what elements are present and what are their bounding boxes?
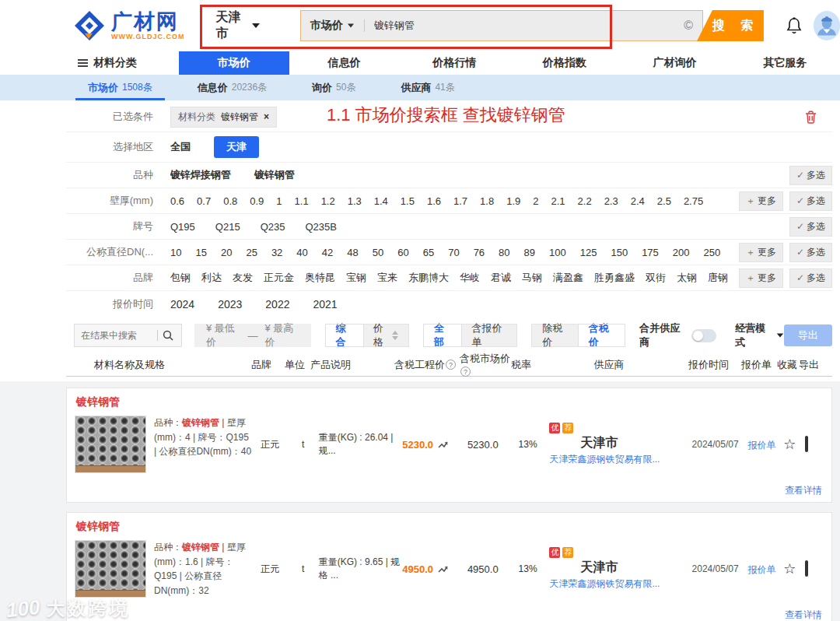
search-icon[interactable] [163, 330, 173, 341]
thickness-option[interactable]: 1.8 [480, 195, 494, 207]
diameter-option[interactable]: 32 [271, 247, 282, 258]
thickness-option[interactable]: 1.9 [506, 195, 520, 207]
price-excl-tax[interactable]: 除税价 [532, 325, 579, 346]
multi-select-button[interactable]: ✓多选 [789, 166, 832, 185]
thickness-option[interactable]: 1.7 [453, 195, 467, 207]
diameter-option[interactable]: 250 [704, 247, 721, 258]
diameter-option[interactable]: 50 [373, 247, 383, 258]
brand-option[interactable]: 胜勇鑫盛 [594, 271, 635, 285]
thickness-option[interactable]: 1.5 [401, 195, 415, 207]
grade-option[interactable]: Q235 [261, 221, 285, 233]
diameter-option[interactable]: 125 [580, 247, 597, 258]
thickness-option[interactable]: 2.75 [684, 195, 703, 207]
quote-year-option[interactable]: 2021 [313, 298, 337, 310]
min-price-field[interactable]: ¥ 最低价 [206, 321, 240, 349]
diameter-option[interactable]: 89 [524, 247, 535, 258]
user-avatar[interactable] [814, 11, 840, 40]
more-button[interactable]: ＋更多 [739, 243, 783, 262]
brand-option[interactable]: 正元金 [264, 271, 294, 285]
search-input[interactable] [374, 20, 679, 32]
diameter-option[interactable]: 76 [474, 247, 485, 258]
nav-item[interactable]: 价格指数 [509, 51, 620, 75]
nav-item[interactable]: 广材询价 [620, 51, 730, 75]
thickness-option[interactable]: 2.1 [551, 195, 565, 207]
product-image[interactable] [75, 540, 146, 598]
product-image[interactable] [75, 416, 146, 473]
brand-option[interactable]: 东鹏博大 [408, 271, 449, 285]
export-checkbox[interactable] [805, 560, 808, 577]
price-incl-tax[interactable]: 含税价 [579, 325, 625, 346]
diameter-option[interactable]: 60 [397, 247, 408, 258]
diameter-option[interactable]: 20 [221, 247, 232, 258]
diameter-option[interactable]: 100 [549, 247, 566, 258]
thickness-option[interactable]: 2.3 [604, 195, 618, 207]
result-type-tab[interactable]: 供应商 41条 [401, 75, 454, 100]
brand-option[interactable]: 双街 [646, 271, 666, 285]
export-checkbox[interactable] [805, 436, 808, 452]
brand-option[interactable]: 满盈鑫 [553, 271, 583, 285]
material-catalog-menu[interactable]: 材料分类 [78, 51, 179, 75]
result-type-tab[interactable]: 市场价 1508条 [88, 75, 152, 100]
brand-option[interactable]: 友发 [233, 271, 253, 285]
diameter-option[interactable]: 200 [673, 247, 690, 258]
sort-composite[interactable]: 综合 [326, 325, 363, 346]
nav-item[interactable]: 市场价 [179, 51, 289, 75]
thickness-option[interactable]: 0.6 [170, 195, 184, 207]
merge-supplier-toggle[interactable] [691, 329, 717, 342]
thickness-option[interactable]: 2.4 [631, 195, 645, 207]
thickness-option[interactable]: 2.5 [657, 195, 671, 207]
diameter-option[interactable]: 40 [296, 247, 307, 258]
brand-option[interactable]: 利达 [201, 271, 222, 285]
thickness-option[interactable]: 0.8 [223, 195, 237, 207]
more-button[interactable]: ＋更多 [739, 268, 783, 288]
brand-option[interactable]: 太钢 [677, 271, 697, 285]
help-icon[interactable] [460, 367, 471, 377]
diameter-option[interactable]: 175 [642, 247, 659, 258]
multi-select-button[interactable]: ✓多选 [789, 268, 832, 288]
quote-year-option[interactable]: 2022 [265, 298, 289, 310]
diameter-option[interactable]: 15 [195, 247, 206, 258]
camera-search-icon[interactable]: © [684, 19, 693, 33]
brand-option[interactable]: 唐钢 [708, 271, 728, 285]
site-logo[interactable]: 广材网 WWW.GLDJC.COM [74, 10, 185, 41]
result-type-tab[interactable]: 信息价 20236条 [198, 75, 267, 100]
thickness-option[interactable]: 1.6 [427, 195, 441, 207]
diameter-option[interactable]: 10 [170, 247, 181, 258]
brand-option[interactable]: 宝来 [377, 271, 397, 285]
nav-item[interactable]: 其它服务 [730, 51, 840, 75]
quote-year-option[interactable]: 2023 [218, 298, 242, 310]
view-detail-link[interactable]: 查看详情 [785, 609, 822, 621]
business-mode-dropdown[interactable]: 经营模式 [735, 321, 783, 349]
help-icon[interactable] [446, 360, 456, 370]
region-option[interactable]: 天津 [214, 136, 259, 158]
diameter-option[interactable]: 80 [499, 247, 509, 258]
variety-option[interactable]: 镀锌焊接钢管 [170, 168, 231, 182]
view-detail-link[interactable]: 查看详情 [785, 484, 822, 497]
thickness-option[interactable]: 1.4 [374, 195, 388, 207]
multi-select-button[interactable]: ✓多选 [789, 217, 832, 237]
nav-item[interactable]: 信息价 [289, 51, 400, 75]
grade-option[interactable]: Q215 [215, 221, 240, 233]
brand-option[interactable]: 君诚 [491, 271, 511, 285]
thickness-option[interactable]: 1.2 [321, 195, 335, 207]
filter-with-quote[interactable]: 含报价单 [461, 325, 516, 346]
thickness-option[interactable]: 0.7 [197, 195, 211, 207]
export-button[interactable]: 导出 [784, 325, 832, 346]
price-range-filter[interactable]: ¥ 最低价 — ¥ 最高价 [194, 324, 311, 347]
diameter-option[interactable]: 70 [448, 247, 459, 258]
grade-option[interactable]: Q235B [305, 221, 336, 233]
thickness-option[interactable]: 1.3 [348, 195, 362, 207]
variety-option[interactable]: 镀锌钢管 [254, 168, 295, 182]
remove-tag-icon[interactable]: × [264, 111, 269, 122]
quote-sheet-link[interactable]: 报价单 [747, 564, 775, 575]
brand-option[interactable]: 奥特昆 [305, 271, 335, 285]
result-type-tab[interactable]: 询价 50条 [312, 75, 355, 100]
multi-select-button[interactable]: ✓多选 [789, 191, 832, 211]
filter-all[interactable]: 全部 [424, 325, 461, 346]
city-selector[interactable]: 天津市 [216, 9, 260, 42]
diameter-option[interactable]: 25 [246, 247, 257, 258]
multi-select-button[interactable]: ✓多选 [789, 243, 832, 262]
supplier-link[interactable]: 天津荣鑫源钢铁贸易有限... [549, 454, 660, 465]
diameter-option[interactable]: 150 [611, 247, 628, 258]
quote-sheet-link[interactable]: 报价单 [747, 440, 775, 451]
